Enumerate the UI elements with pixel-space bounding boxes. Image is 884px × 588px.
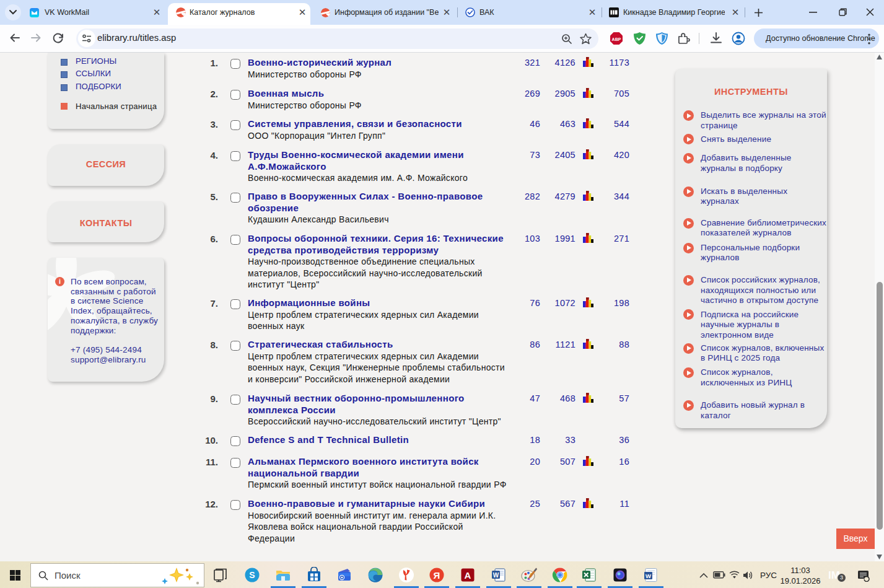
- svg-text:A: A: [465, 570, 471, 581]
- svg-text:Я: Я: [434, 570, 440, 581]
- svg-text:S: S: [249, 570, 255, 580]
- svg-text:W: W: [493, 572, 499, 579]
- svg-text:ABP: ABP: [612, 37, 621, 42]
- svg-text:W: W: [645, 573, 651, 579]
